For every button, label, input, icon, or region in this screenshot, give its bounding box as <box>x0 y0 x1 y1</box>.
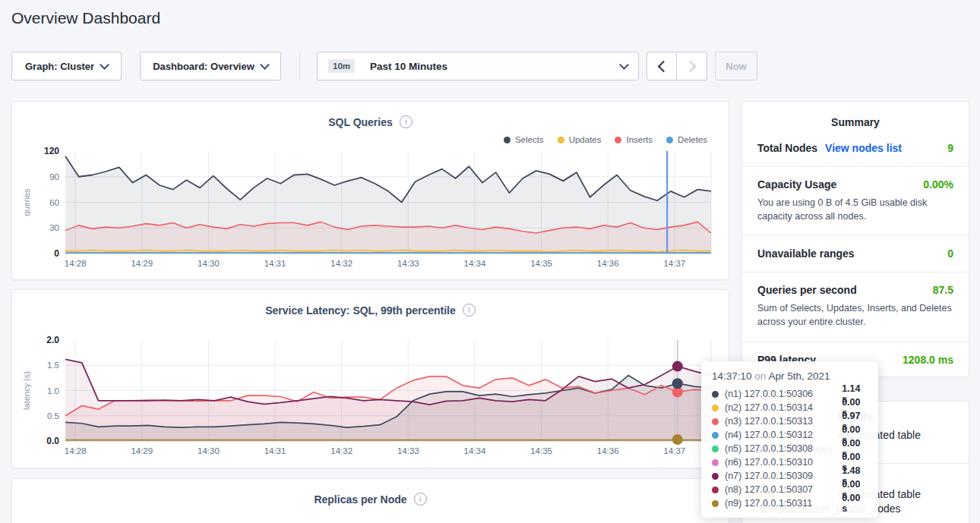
chevron-down-icon <box>619 60 629 70</box>
graph-dropdown[interactable]: Graph: Cluster <box>11 52 122 80</box>
series-dot-icon <box>712 500 719 507</box>
summary-value: 9 <box>947 142 953 154</box>
summary-row-unavailable-ranges: Unavailable ranges 0 <box>742 236 969 273</box>
tooltip-node-label: (n6) 127.0.0.1:50310 <box>725 457 836 468</box>
svg-text:14:30: 14:30 <box>198 446 220 455</box>
chart-title-text: SQL Queries <box>328 116 393 128</box>
svg-text:120: 120 <box>44 146 59 156</box>
summary-label: Queries per second <box>757 284 857 296</box>
svg-text:0: 0 <box>54 248 59 259</box>
dashboard-dropdown-label: Dashboard: Overview <box>153 61 254 72</box>
now-button[interactable]: Now <box>715 52 757 80</box>
summary-description: You are using 0 B of 4.5 GiB usable disk… <box>757 196 953 223</box>
summary-label: Capacity Usage <box>757 178 836 191</box>
chart-title-text: Service Latency: SQL, 99th percentile <box>265 304 456 317</box>
svg-text:14:31: 14:31 <box>264 446 286 455</box>
tooltip-node-label: (n3) 127.0.0.1:50313 <box>725 416 836 427</box>
tooltip-node-label: (n1) 127.0.0.1:50306 <box>725 389 836 399</box>
sql-queries-title: SQL Queries i <box>12 115 729 128</box>
svg-text:0.0: 0.0 <box>46 436 59 446</box>
tooltip-node-label: (n5) 127.0.0.1:50308 <box>725 443 836 454</box>
info-icon[interactable]: i <box>400 115 413 128</box>
summary-description: Sum of Selects, Updates, Inserts, and De… <box>757 301 953 329</box>
chevron-down-icon <box>260 60 270 70</box>
chart-title-text: Replicas per Node <box>314 493 406 506</box>
svg-text:14:34: 14:34 <box>464 446 486 455</box>
tooltip-on: on <box>754 370 766 382</box>
tooltip-node-label: (n8) 127.0.0.1:50307 <box>725 484 836 495</box>
svg-text:queries: queries <box>22 188 31 216</box>
page-title: Overview Dashboard <box>11 9 160 27</box>
svg-text:14:35: 14:35 <box>530 446 552 455</box>
svg-text:14:28: 14:28 <box>65 446 87 455</box>
svg-text:1.0: 1.0 <box>47 386 59 395</box>
svg-text:14:31: 14:31 <box>264 259 286 268</box>
summary-label: Unavailable ranges <box>757 247 855 260</box>
svg-text:14:32: 14:32 <box>330 446 352 455</box>
time-prev-button[interactable] <box>646 52 677 80</box>
service-latency-chart[interactable]: 14:2814:2914:3014:3114:3214:3314:3414:35… <box>12 323 730 464</box>
summary-title: Summary <box>742 102 969 131</box>
summary-panel: Summary Total Nodes View nodes list 9 Ca… <box>741 101 969 377</box>
sql-queries-card: SQL Queries i SelectsUpdatesInsertsDelet… <box>11 101 729 280</box>
svg-text:14:34: 14:34 <box>464 259 486 268</box>
summary-value: 0 <box>947 247 953 260</box>
tooltip-node-value: 0.00 s <box>842 493 868 514</box>
info-icon[interactable]: i <box>463 304 476 317</box>
time-next-button[interactable] <box>677 52 707 80</box>
svg-text:14:37: 14:37 <box>663 446 685 455</box>
svg-text:0.5: 0.5 <box>47 411 59 421</box>
chart-hover-tooltip: 14:37:10 on Apr 5th, 2021 (n1) 127.0.0.1… <box>701 361 878 518</box>
svg-text:14:36: 14:36 <box>597 446 619 455</box>
svg-text:14:30: 14:30 <box>198 259 220 268</box>
series-dot-icon <box>712 459 719 466</box>
chevron-down-icon <box>100 60 109 70</box>
svg-text:30: 30 <box>49 223 59 232</box>
tooltip-node-label: (n4) 127.0.0.1:50312 <box>725 430 836 440</box>
series-dot-icon <box>712 487 719 493</box>
svg-text:14:33: 14:33 <box>397 259 419 268</box>
service-latency-title: Service Latency: SQL, 99th percentile i <box>12 304 729 317</box>
svg-text:14:28: 14:28 <box>65 259 87 268</box>
toolbar-divider <box>299 52 300 80</box>
summary-value: 87.5 <box>933 284 953 296</box>
time-nav-group <box>646 52 707 80</box>
summary-value: 0.00% <box>923 178 953 191</box>
svg-text:14:33: 14:33 <box>397 446 419 455</box>
series-dot-icon <box>712 391 719 398</box>
tooltip-node-label: (n7) 127.0.0.1:50309 <box>725 471 836 481</box>
svg-text:14:37: 14:37 <box>663 259 685 268</box>
summary-row-total-nodes: Total Nodes View nodes list 9 <box>742 131 969 167</box>
view-nodes-list-link[interactable]: View nodes list <box>825 142 902 154</box>
svg-text:latency (s): latency (s) <box>22 371 31 410</box>
svg-text:14:29: 14:29 <box>131 259 153 268</box>
info-icon[interactable]: i <box>414 493 427 506</box>
tooltip-timestamp: 14:37:10 on Apr 5th, 2021 <box>712 370 868 382</box>
time-range-label: Past 10 Minutes <box>370 61 447 72</box>
svg-text:14:29: 14:29 <box>131 446 153 455</box>
svg-text:60: 60 <box>49 198 59 207</box>
summary-label: Total Nodes <box>757 142 817 154</box>
chevron-right-icon <box>684 60 697 72</box>
summary-row-queries-per-second: Queries per second 87.5 Sum of Selects, … <box>742 273 969 342</box>
series-dot-icon <box>712 473 719 480</box>
svg-text:1.5: 1.5 <box>47 361 59 370</box>
tooltip-node-row: (n9) 127.0.0.1:503110.00 s <box>712 496 868 510</box>
tooltip-time: 14:37:10 <box>712 370 752 382</box>
tooltip-node-label: (n2) 127.0.0.1:50314 <box>725 402 836 413</box>
svg-text:14:35: 14:35 <box>530 259 552 268</box>
summary-row-capacity-usage: Capacity Usage 0.00% You are using 0 B o… <box>742 167 969 236</box>
replicas-per-node-card: Replicas per Node i <box>11 478 729 523</box>
tooltip-node-label: (n9) 127.0.0.1:50311 <box>725 498 836 509</box>
summary-value: 1208.0 ms <box>903 354 953 366</box>
graph-dropdown-label: Graph: Cluster <box>25 61 94 72</box>
sql-queries-chart[interactable]: 14:2814:2914:3014:3114:3214:3314:3414:35… <box>12 135 730 276</box>
svg-text:14:36: 14:36 <box>597 259 619 268</box>
dashboard-dropdown[interactable]: Dashboard: Overview <box>140 52 281 80</box>
series-dot-icon <box>712 418 719 425</box>
svg-text:2.0: 2.0 <box>46 335 59 345</box>
series-dot-icon <box>712 405 719 411</box>
tooltip-date: Apr 5th, 2021 <box>768 370 830 382</box>
chevron-left-icon <box>657 60 669 72</box>
time-range-dropdown[interactable]: 10m Past 10 Minutes <box>317 52 639 80</box>
